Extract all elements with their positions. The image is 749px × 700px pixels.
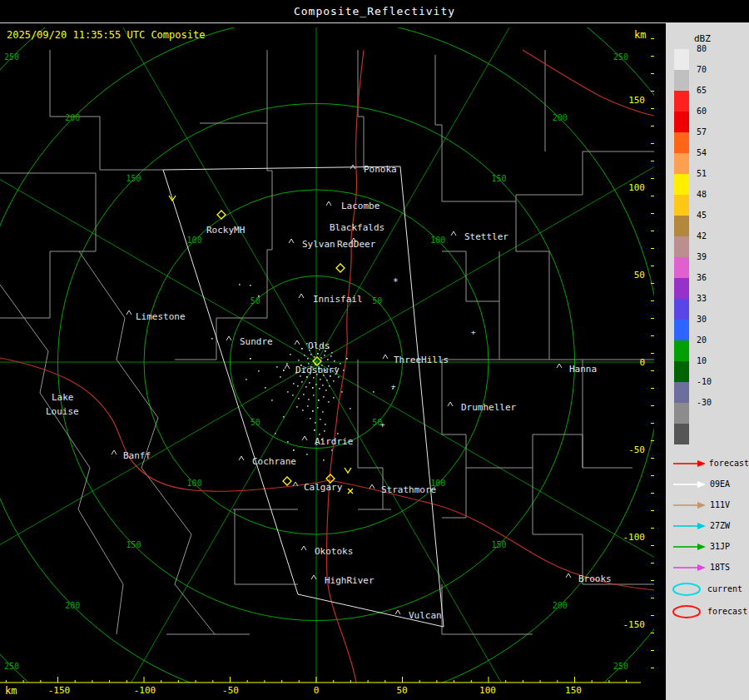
city-label: Olds <box>308 340 330 351</box>
ring-distance-label: 50 <box>250 418 260 427</box>
dbz-scale-row: -30 <box>674 403 747 424</box>
echo-pixel <box>250 285 251 286</box>
city-label: RedDeer <box>337 239 376 250</box>
echo-pixel <box>330 375 331 377</box>
right-axis-label: -50 <box>628 444 645 455</box>
vector-legend-row: 31JP <box>672 536 749 557</box>
dbz-scale-label: 30 <box>697 315 707 324</box>
echo-pixel <box>320 379 321 380</box>
city-label: RockyMH <box>206 225 245 236</box>
radar-map[interactable]: 5010015020025050100150200250501001502002… <box>0 0 666 700</box>
ring-distance-label: 50 <box>250 296 260 305</box>
echo-pixel <box>296 406 298 408</box>
range-ring <box>0 0 666 700</box>
vector-legend-row: 27ZW <box>672 515 749 536</box>
echo-pixel <box>341 391 343 393</box>
dbz-color-block <box>674 112 689 132</box>
boundary-line <box>442 584 533 634</box>
city-label: Limestone <box>136 311 186 322</box>
echo-pixel <box>313 395 315 396</box>
city-label: Vulcan <box>409 610 442 621</box>
vector-legend-label: 18TS <box>710 563 730 572</box>
radar-diamond-icon <box>336 264 345 272</box>
ellipse-icon <box>671 582 704 597</box>
right-axis: 150100500-50-100-150 <box>623 39 655 668</box>
dbz-scale-label: 36 <box>697 273 707 282</box>
city-label: Brooks <box>578 573 612 584</box>
echo-pixel <box>306 376 308 378</box>
dbz-scale-label: 42 <box>697 231 707 241</box>
dbz-scale-label: 10 <box>697 356 707 365</box>
boundary-line <box>549 301 654 360</box>
right-axis-label: 50 <box>634 270 645 280</box>
dbz-color-block <box>674 424 689 444</box>
boundary-line <box>79 251 215 634</box>
dbz-scale-row: 45 <box>674 216 747 236</box>
echo-pixel <box>239 284 241 285</box>
right-axis-label: 100 <box>628 182 645 193</box>
town-caret-icon <box>289 239 294 243</box>
dbz-scale-label: 54 <box>697 148 707 157</box>
echo-pixel <box>320 419 321 420</box>
cross-marker-icon <box>348 489 353 494</box>
town-caret-icon <box>126 310 131 315</box>
echo-pixel <box>328 401 330 403</box>
echo-pixel <box>246 379 247 380</box>
dbz-scale-row: 70 <box>674 70 747 91</box>
echo-pixel <box>300 375 301 377</box>
echo-pixel <box>297 385 299 387</box>
boundary-line <box>0 285 123 634</box>
dbz-scale-row: 36 <box>674 278 747 299</box>
boundary-line <box>516 201 549 301</box>
ring-distance-label: 150 <box>126 540 141 549</box>
city-label: Sylvan <box>302 239 335 250</box>
ring-distance-label: 150 <box>492 540 507 549</box>
echo-pixel <box>330 355 332 357</box>
ring-distance-label: 150 <box>492 174 507 183</box>
town-caret-icon <box>395 610 400 614</box>
town-caret-icon <box>370 484 374 489</box>
echo-pixel <box>310 418 311 420</box>
echo-pixel <box>283 416 285 418</box>
dbz-scale-label: 20 <box>697 335 707 345</box>
echo-pixel <box>315 384 317 385</box>
echo-pixel <box>324 355 325 356</box>
echo-pixel <box>337 433 339 434</box>
dbz-color-block <box>674 91 689 112</box>
right-axis-label: -150 <box>623 619 646 630</box>
dbz-scale-row <box>674 424 747 444</box>
echo-pixel <box>319 388 320 390</box>
town-caret-icon <box>112 450 117 454</box>
ring-distance-label: 100 <box>430 236 445 245</box>
ring-distance-label: 200 <box>65 601 80 610</box>
bottom-axis-label: 100 <box>479 685 496 696</box>
echo-pixel <box>287 441 289 443</box>
dbz-color-block <box>674 278 689 299</box>
dbz-scale-row: 60 <box>674 112 747 132</box>
echo-pixel <box>293 383 295 385</box>
city-label: Okotoks <box>315 546 353 557</box>
bottom-axis-label: 150 <box>565 685 582 696</box>
bottom-axis-label: 0 <box>314 685 320 696</box>
echo-pixel <box>373 391 374 393</box>
echo-pixel <box>334 360 335 362</box>
echo-pixel <box>340 363 341 365</box>
dbz-color-block <box>674 382 689 403</box>
dbz-scale-row: 54 <box>674 153 747 174</box>
echo-pixel <box>276 366 278 368</box>
echo-pixel <box>313 377 315 379</box>
echo-pixel <box>322 411 324 413</box>
city-label: Banff <box>123 450 151 461</box>
storm-vector-legend: forecast09EA111V27ZW31JP18TS <box>666 453 749 578</box>
dbz-scale-row: 33 <box>674 299 747 320</box>
town-caret-icon <box>302 436 307 440</box>
dbz-color-block <box>674 403 689 424</box>
boundary-line <box>235 509 298 584</box>
echo-pixel <box>324 430 325 432</box>
plus-marker-icon: + <box>391 382 396 390</box>
right-axis-label: -100 <box>623 532 646 543</box>
vector-legend-label: forecast <box>709 459 749 468</box>
city-label: Strathmore <box>381 484 436 495</box>
echo-pixel <box>298 360 300 361</box>
ring-distance-label: 250 <box>613 52 628 62</box>
